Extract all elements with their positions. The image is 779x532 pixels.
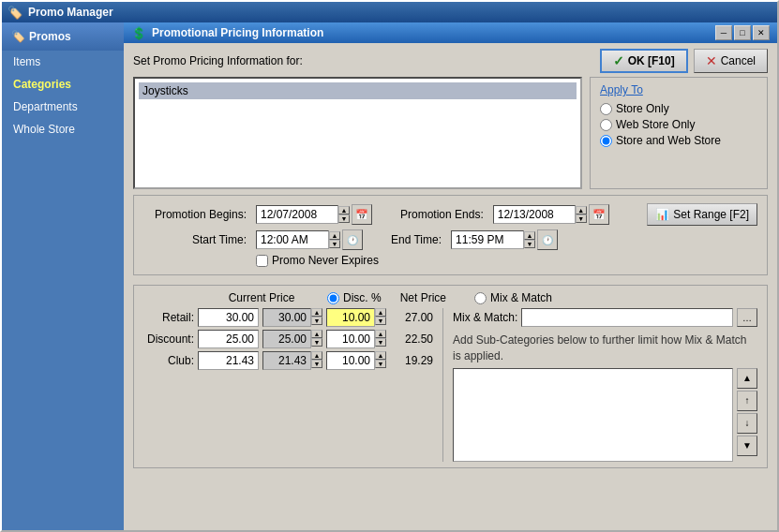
radio-store-only-input[interactable] [600,103,612,115]
promo-begins-input[interactable] [256,205,338,224]
scroll-line-down-button[interactable]: ↓ [737,413,757,434]
minimize-button[interactable]: ─ [715,25,732,40]
club-mid-spin-up[interactable]: ▲ [311,351,322,360]
end-time-spin-up[interactable]: ▲ [524,231,535,240]
app-title: Promo Manager [28,6,113,19]
retail-mid-input[interactable] [262,308,311,327]
disc-label: Disc. % [343,291,382,304]
sidebar-item-items[interactable]: Items [2,51,124,73]
club-label: Club: [140,354,194,367]
promos-icon: 🏷️ [11,30,25,43]
items-list-box[interactable]: Joysticks [133,77,582,189]
sidebar-item-departments[interactable]: Departments [2,96,124,118]
start-time-picker[interactable]: 🕐 [342,229,363,250]
promo-ends-input[interactable] [493,205,576,224]
radio-store-and-web[interactable]: Store and Web Store [600,134,757,147]
promo-ends-label: Promotion Ends: [400,208,484,221]
end-time-label: End Time: [391,233,442,246]
discount-current-input[interactable] [198,330,259,348]
club-disc-input[interactable] [326,351,375,370]
start-time-input[interactable] [256,230,329,249]
retail-current-input[interactable] [198,308,259,327]
club-disc-spin-down[interactable]: ▼ [375,360,386,368]
ok-button[interactable]: ✓ OK [F10] [600,49,688,73]
items-and-apply-to: Joysticks Apply To Store Only Web Store … [133,77,768,189]
retail-mid-spin-up[interactable]: ▲ [311,308,322,317]
end-time-input[interactable] [451,230,524,249]
net-price-label: Net Price [400,291,446,304]
discount-label: Discount: [140,332,194,346]
scroll-up-button[interactable]: ▲ [737,368,757,389]
set-range-button[interactable]: 📊 Set Range [F2] [647,203,757,226]
apply-to-label: Apply To [600,83,757,96]
discount-net-value: 22.50 [390,331,437,347]
pricing-body: Retail: ▲ ▼ [140,308,761,462]
promo-begins-label: Promotion Begins: [143,208,247,221]
discount-disc-input[interactable] [326,330,375,348]
promo-ends-calendar[interactable]: 📅 [589,204,609,225]
set-promo-label: Set Promo Pricing Information for: [133,54,303,67]
discount-mid-input[interactable] [262,330,311,348]
scroll-buttons: ▲ ↑ ↓ ▼ [737,368,757,462]
time-row: Start Time: ▲ ▼ 🕐 End Time: ▲ [143,229,757,250]
club-current-input[interactable] [198,351,259,370]
start-time-spin-up[interactable]: ▲ [329,231,340,240]
radio-store-only[interactable]: Store Only [600,102,757,115]
set-range-label: Set Range [F2] [673,208,749,221]
mix-match-input-row: Mix & Match: … [453,308,757,327]
radio-web-store-only[interactable]: Web Store Only [600,118,757,131]
retail-mid-spin-down[interactable]: ▼ [311,317,322,325]
sidebar: 🏷️ Promos Items Categories Departments W… [2,22,124,530]
action-buttons: ✓ OK [F10] ✕ Cancel [600,49,768,73]
promo-begins-calendar[interactable]: 📅 [352,204,372,225]
sub-cat-area: ▲ ↑ ↓ ▼ [453,368,757,462]
scroll-down-button[interactable]: ▼ [737,436,757,456]
radio-web-store-only-input[interactable] [600,119,612,131]
cancel-button[interactable]: ✕ Cancel [694,49,768,73]
mix-match-value-input[interactable] [521,308,733,327]
promo-ends-spin-down[interactable]: ▼ [576,214,587,223]
club-mid-input[interactable] [262,351,311,370]
mix-match-radio[interactable] [474,292,487,304]
retail-disc-input[interactable] [326,308,375,327]
promo-never-checkbox[interactable] [256,255,268,267]
end-time-spin-down[interactable]: ▼ [524,240,535,248]
disc-radio[interactable] [327,292,339,304]
list-item: Joysticks [139,82,577,99]
sidebar-header: 🏷️ Promos [2,22,124,51]
mix-match-radio-group: Mix & Match [474,291,552,304]
discount-row: Discount: ▲ ▼ [140,330,437,348]
discount-disc-spin-down[interactable]: ▼ [375,338,386,347]
discount-disc-spin-up[interactable]: ▲ [375,330,386,338]
retail-disc-spin-up[interactable]: ▲ [375,308,386,317]
sub-categories-box[interactable] [453,368,733,462]
ok-label: OK [F10] [628,54,675,67]
close-button[interactable]: ✕ [753,25,770,40]
club-disc-spin-up[interactable]: ▲ [375,351,386,360]
discount-mid-spin-down[interactable]: ▼ [311,338,322,347]
start-time-spin-down[interactable]: ▼ [329,240,340,248]
radio-store-and-web-label: Store and Web Store [616,134,721,147]
club-mid-spin-down[interactable]: ▼ [311,360,322,368]
mix-match-input-label: Mix & Match: [453,311,517,324]
radio-web-store-only-label: Web Store Only [616,118,695,131]
mix-match-browse-button[interactable]: … [737,308,757,327]
promo-begins-spin-up[interactable]: ▲ [338,206,350,214]
promo-begins-spin-down[interactable]: ▼ [338,214,350,223]
discount-mid-spin-up[interactable]: ▲ [311,330,322,338]
club-row: Club: ▲ ▼ [140,351,437,370]
sidebar-item-wholestore[interactable]: Whole Store [2,118,124,140]
maximize-button[interactable]: □ [734,25,751,40]
mix-match-description: Add Sub-Categories below to further limi… [453,332,757,364]
radio-store-and-web-input[interactable] [600,135,612,147]
vertical-divider [442,308,443,462]
sidebar-item-categories[interactable]: Categories [2,73,124,96]
end-time-picker[interactable]: 🕐 [537,229,558,250]
retail-disc-spin-down[interactable]: ▼ [375,317,386,325]
club-net-value: 19.29 [390,352,437,369]
pricing-header-row: Current Price Disc. % Net Price Mix & Ma… [140,291,761,304]
scroll-line-up-button[interactable]: ↑ [737,391,757,411]
promo-ends-spin-up[interactable]: ▲ [576,206,587,214]
cancel-label: Cancel [721,54,756,67]
mix-match-section: Mix & Match: … Add Sub-Categories below … [449,308,761,462]
